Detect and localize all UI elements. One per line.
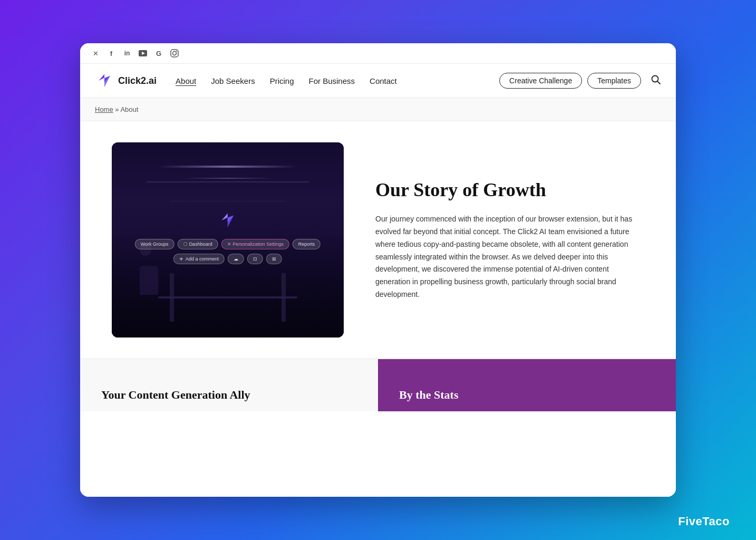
youtube-icon[interactable] <box>138 49 148 58</box>
linkedin-icon[interactable]: in <box>122 49 132 58</box>
browser-window: ✕ f in G Click2.ai About Job Seekers Pri… <box>80 43 676 497</box>
bottom-strip: Your Content Generation Ally By the Stat… <box>80 359 676 411</box>
nav-about[interactable]: About <box>176 76 196 85</box>
story-body: Our journey commenced with the inception… <box>375 213 644 301</box>
main-content: Home » About <box>80 98 676 497</box>
ally-text: Your Content Generation Ally <box>101 388 250 402</box>
instagram-icon[interactable] <box>170 49 179 58</box>
breadcrumb: Home » About <box>80 98 676 121</box>
twitter-icon[interactable]: ✕ <box>91 49 100 58</box>
svg-rect-2 <box>171 50 178 57</box>
creative-challenge-button[interactable]: Creative Challenge <box>499 73 582 89</box>
pill-add-comment: Add a comment <box>173 254 225 264</box>
google-icon[interactable]: G <box>154 49 163 58</box>
breadcrumb-current: About <box>120 105 138 113</box>
pill-dashboard: Dashboard <box>178 239 218 249</box>
pill-icon1: ☁ <box>228 254 244 264</box>
story-image: Work Groups Dashboard ✕ Personalization … <box>112 142 344 338</box>
nav-right: Creative Challenge Templates <box>499 73 661 89</box>
pill-work-groups: Work Groups <box>135 239 175 249</box>
bottom-card-ally: Your Content Generation Ally <box>80 359 378 411</box>
nav-links: About Job Seekers Pricing For Business C… <box>176 76 499 85</box>
story-section: Work Groups Dashboard ✕ Personalization … <box>80 121 676 359</box>
logo[interactable]: Click2.ai <box>95 71 157 90</box>
facebook-icon[interactable]: f <box>106 49 116 58</box>
search-button[interactable] <box>651 74 661 88</box>
svg-point-4 <box>176 51 177 52</box>
pill-icon2: ⊡ <box>247 254 263 264</box>
svg-marker-6 <box>104 76 110 88</box>
nav-job-seekers[interactable]: Job Seekers <box>211 76 255 85</box>
social-bar: ✕ f in G <box>80 43 676 64</box>
ui-overlay: Work Groups Dashboard ✕ Personalization … <box>135 210 321 264</box>
svg-point-12 <box>185 244 186 245</box>
bottom-card-stats: By the Stats <box>378 359 676 411</box>
stats-text: By the Stats <box>399 388 458 402</box>
pill-reports: Reports <box>293 239 321 249</box>
svg-marker-10 <box>228 215 234 227</box>
navbar: Click2.ai About Job Seekers Pricing For … <box>80 64 676 98</box>
story-text: Our Story of Growth Our journey commence… <box>375 179 644 301</box>
svg-line-8 <box>657 81 660 84</box>
nav-for-business[interactable]: For Business <box>309 76 355 85</box>
breadcrumb-home[interactable]: Home <box>95 105 113 113</box>
templates-button[interactable]: Templates <box>587 73 641 89</box>
pill-personalization: ✕ Personalization Settings <box>221 239 289 249</box>
svg-point-3 <box>173 52 177 55</box>
breadcrumb-separator: » <box>115 105 120 113</box>
nav-contact[interactable]: Contact <box>370 76 397 85</box>
logo-text: Click2.ai <box>118 75 157 86</box>
fivetaco-watermark: FiveTaco <box>678 515 730 528</box>
nav-pricing[interactable]: Pricing <box>270 76 294 85</box>
pill-icon3: ⊞ <box>266 254 282 264</box>
story-title: Our Story of Growth <box>375 179 644 201</box>
